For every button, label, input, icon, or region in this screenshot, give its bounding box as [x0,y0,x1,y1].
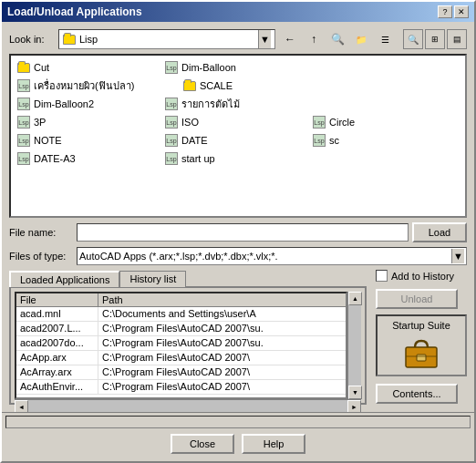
cell-file: AcAuthEnvir... [16,380,98,394]
list-item[interactable]: Lsp เครื่องหมายผิว(ฟินปลา) [15,77,179,94]
file-name-input[interactable] [77,223,409,242]
status-bar [2,412,474,430]
table-row[interactable]: AcArray.arx C:\Program Files\AutoCAD 200… [16,365,346,380]
look-in-combo[interactable]: Lisp ▼ [58,29,275,49]
lisp-icon: Lsp [313,116,326,129]
left-panel: Loaded Applications History list File Pa… [9,270,367,405]
cell-path: C:\Documents and Settings\user\A [98,307,346,321]
list-item[interactable]: Lsp Dim-Balloon [162,59,308,76]
lisp-icon: Lsp [313,134,326,147]
list-item[interactable]: Cut [15,59,160,76]
folder-icon [17,63,30,73]
col-path: Path [98,293,346,306]
right-panel: Add to History Unload Startup Suite [376,270,467,404]
cell-file: acad.mnl [16,307,98,321]
tab-history-list[interactable]: History list [119,271,186,287]
lisp-icon: Lsp [17,134,30,147]
window-title: Load/Unload Applications [7,5,142,18]
look-in-label: Look in: [9,34,55,45]
help-button[interactable]: ? [438,5,452,18]
lisp-icon: Lsp [17,79,30,92]
files-of-type-row: Files of type: AutoCAD Apps (*.arx;*.lsp… [9,247,467,265]
list-item[interactable]: Lsp DATE-A3 [15,150,160,167]
cell-path: C:\Program Files\AutoCAD 2007\ [98,351,346,365]
cell-path: C:\Program Files\AutoCAD 2007\ [98,365,346,379]
scroll-up-btn[interactable]: ▲ [348,292,362,305]
lisp-icon: Lsp [17,98,30,110]
look-in-dropdown-btn[interactable]: ▼ [258,30,271,48]
add-to-history-label: Add to History [391,271,454,282]
back-button[interactable]: ← [279,29,301,49]
look-in-value: Lisp [79,34,98,45]
table-header: File Path [16,293,346,307]
load-button[interactable]: Load [412,222,467,242]
lisp-icon: Lsp [165,116,178,129]
bottom-buttons: Close Help [2,430,474,461]
add-to-history-row: Add to History [376,270,467,282]
cell-path: C:\Program Files\AutoCAD 2007\su. [98,336,346,350]
bottom-row: Loaded Applications History list File Pa… [9,270,467,405]
status-inner [5,416,471,428]
help-dialog-button[interactable]: Help [242,434,305,454]
files-of-type-label: Files of type: [9,251,73,262]
cell-file: acad2007do... [16,336,98,350]
briefcase-icon [404,336,439,369]
tab-loaded-applications[interactable]: Loaded Applications [9,271,119,287]
table-row[interactable]: acad2007do... C:\Program Files\AutoCAD 2… [16,336,346,351]
title-bar-buttons: ? ✕ [438,5,469,18]
lisp-icon: Lsp [17,116,30,129]
lisp-icon: Lsp [165,152,178,165]
table-body: acad.mnl C:\Documents and Settings\user\… [16,307,346,395]
list-button[interactable]: ▤ [447,29,467,49]
new-folder-button[interactable]: 📁 [350,29,372,49]
scroll-down-btn[interactable]: ▼ [348,386,362,399]
file-name-row: File name: Load [9,222,467,242]
list-item[interactable]: Lsp ISO [162,114,308,130]
svg-rect-1 [417,355,426,361]
table-row[interactable]: AcApp.arx C:\Program Files\AutoCAD 2007\ [16,351,346,365]
search-button[interactable]: 🔍 [326,29,348,49]
table-row[interactable]: acad2007.L... C:\Program Files\AutoCAD 2… [16,322,346,336]
startup-suite-label: Startup Suite [381,320,461,331]
close-dialog-button[interactable]: Close [171,434,234,454]
look-in-row: Look in: Lisp ▼ ← ↑ 🔍 📁 ☰ 🔍 [9,29,467,49]
views-button[interactable]: ☰ [374,29,396,49]
cell-file: AcApp.arx [16,351,98,365]
cell-path: C:\Program Files\AutoCAD 2007\ [98,380,346,394]
h-scroll-track[interactable] [28,400,347,413]
folder-icon [63,35,76,45]
tab-content: File Path acad.mnl C:\Documents and Sett… [9,286,367,405]
list-item[interactable]: Lsp NOTE [15,132,160,149]
add-to-history-checkbox[interactable] [376,270,388,282]
scroll-track[interactable] [348,305,361,386]
vertical-scrollbar[interactable]: ▲ ▼ [347,292,361,399]
table-row[interactable]: acad.mnl C:\Documents and Settings\user\… [16,307,346,322]
close-button[interactable]: ✕ [454,5,469,18]
file-name-label: File name: [9,227,73,238]
cell-path: C:\Program Files\AutoCAD 2007\su. [98,322,346,335]
files-of-type-value: AutoCAD Apps (*.arx;*.lsp;*.dvb;*.dbx;*.… [79,251,451,262]
grid-button[interactable]: ⊞ [425,29,445,49]
list-item[interactable]: Lsp start up [162,150,308,167]
up-button[interactable]: ↑ [303,29,325,49]
magnify-button[interactable]: 🔍 [403,29,423,49]
horizontal-scrollbar[interactable]: ◄ ► [15,399,361,413]
toolbar-buttons: ← ↑ 🔍 📁 ☰ [279,29,396,49]
list-item[interactable]: Lsp Dim-Balloon2 [15,96,160,112]
lisp-icon: Lsp [165,134,178,147]
lisp-icon: Lsp [165,98,178,110]
files-of-type-dropdown[interactable]: ▼ [451,249,464,263]
list-item[interactable]: Lsp 3P [15,114,160,130]
list-item[interactable]: Lsp sc [310,132,456,149]
lisp-icon: Lsp [165,61,178,74]
unload-button[interactable]: Unload [376,289,458,309]
table-row[interactable]: AcAuthEnvir... C:\Program Files\AutoCAD … [16,380,346,395]
contents-button[interactable]: Contents... [376,384,458,404]
list-item[interactable]: SCALE [181,77,326,94]
cell-file: AcArray.arx [16,365,98,379]
file-browser: Cut Lsp Dim-Balloon Lsp เครื่องหมายผิว(ฟ… [9,54,467,218]
list-item[interactable]: Lsp DATE [162,132,308,149]
list-item[interactable]: Lsp Circle [310,114,456,130]
files-of-type-combo[interactable]: AutoCAD Apps (*.arx;*.lsp;*.dvb;*.dbx;*.… [77,247,467,265]
list-item[interactable]: Lsp รายการตัดไม้ [162,96,326,112]
